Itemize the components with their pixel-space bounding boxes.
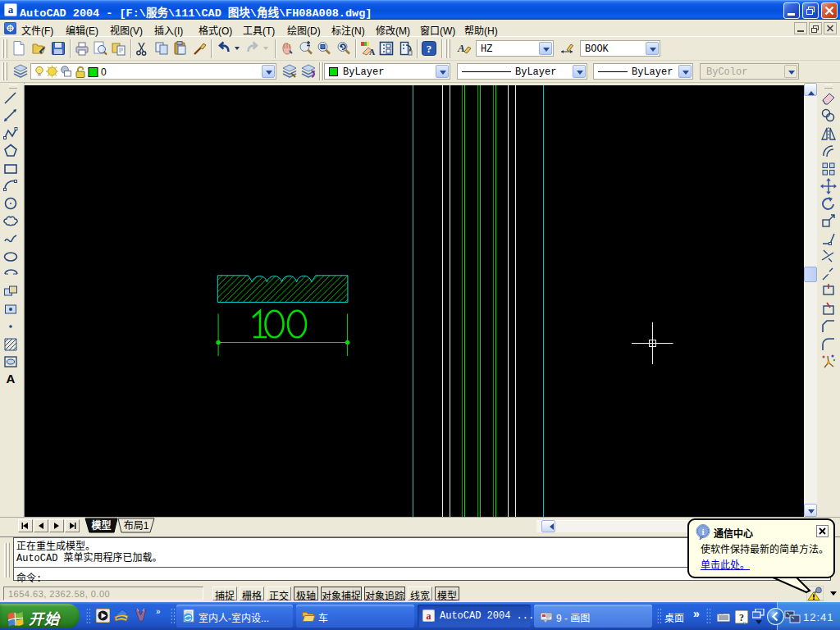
svg-text:A: A bbox=[457, 42, 465, 54]
svg-text:?: ? bbox=[739, 612, 744, 623]
svg-text:布局1: 布局1 bbox=[124, 518, 149, 532]
svg-text:?: ? bbox=[427, 43, 432, 55]
svg-text:a: a bbox=[427, 610, 431, 622]
svg-text:i: i bbox=[701, 527, 704, 536]
svg-text:A: A bbox=[369, 48, 376, 57]
svg-text:模型: 模型 bbox=[91, 518, 111, 532]
svg-text:A: A bbox=[7, 372, 16, 386]
